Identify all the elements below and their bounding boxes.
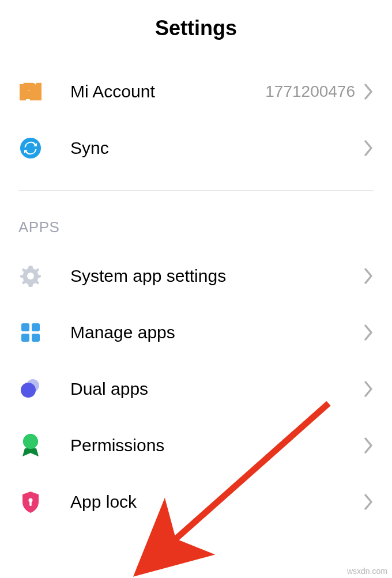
mi-account-value: 1771200476 <box>265 82 355 101</box>
apps-grid-icon <box>18 320 43 345</box>
chevron-right-icon <box>364 437 374 454</box>
svg-rect-6 <box>32 323 40 331</box>
section-divider <box>18 190 374 191</box>
svg-rect-5 <box>21 323 29 331</box>
svg-rect-7 <box>21 334 29 342</box>
apps-section-header: APPS <box>0 201 392 248</box>
svg-point-12 <box>23 434 38 449</box>
svg-point-4 <box>27 273 34 279</box>
header: Settings <box>0 0 392 63</box>
chevron-right-icon <box>364 494 374 510</box>
permissions-icon <box>18 433 43 458</box>
svg-rect-8 <box>32 334 40 342</box>
permissions-label: Permissions <box>70 436 364 455</box>
sync-icon <box>18 136 43 160</box>
chevron-right-icon <box>364 84 374 100</box>
system-app-settings-label: System app settings <box>70 266 364 286</box>
app-lock-label: App lock <box>70 492 364 512</box>
svg-rect-2 <box>38 84 42 99</box>
chevron-right-icon <box>364 381 374 397</box>
gear-icon <box>18 264 43 288</box>
system-app-settings-item[interactable]: System app settings <box>0 248 392 304</box>
dual-apps-icon <box>18 377 43 401</box>
mi-account-item[interactable]: Mi Account 1771200476 <box>0 63 392 120</box>
chevron-right-icon <box>364 268 374 284</box>
mi-account-label: Mi Account <box>70 82 265 101</box>
dual-apps-label: Dual apps <box>70 379 364 399</box>
svg-rect-1 <box>27 90 30 99</box>
shield-lock-icon <box>18 490 43 514</box>
svg-point-10 <box>21 383 36 398</box>
watermark: wsxdn.com <box>347 566 387 576</box>
svg-rect-14 <box>29 501 32 506</box>
manage-apps-item[interactable]: Manage apps <box>0 304 392 361</box>
page-title: Settings <box>0 16 392 40</box>
mi-logo-icon <box>18 80 43 104</box>
svg-point-3 <box>20 138 41 158</box>
sync-item[interactable]: Sync <box>0 120 392 176</box>
dual-apps-item[interactable]: Dual apps <box>0 361 392 417</box>
manage-apps-label: Manage apps <box>70 323 364 342</box>
app-lock-item[interactable]: App lock <box>0 474 392 530</box>
chevron-right-icon <box>364 324 374 341</box>
sync-label: Sync <box>70 138 364 158</box>
chevron-right-icon <box>364 140 374 156</box>
permissions-item[interactable]: Permissions <box>0 417 392 474</box>
